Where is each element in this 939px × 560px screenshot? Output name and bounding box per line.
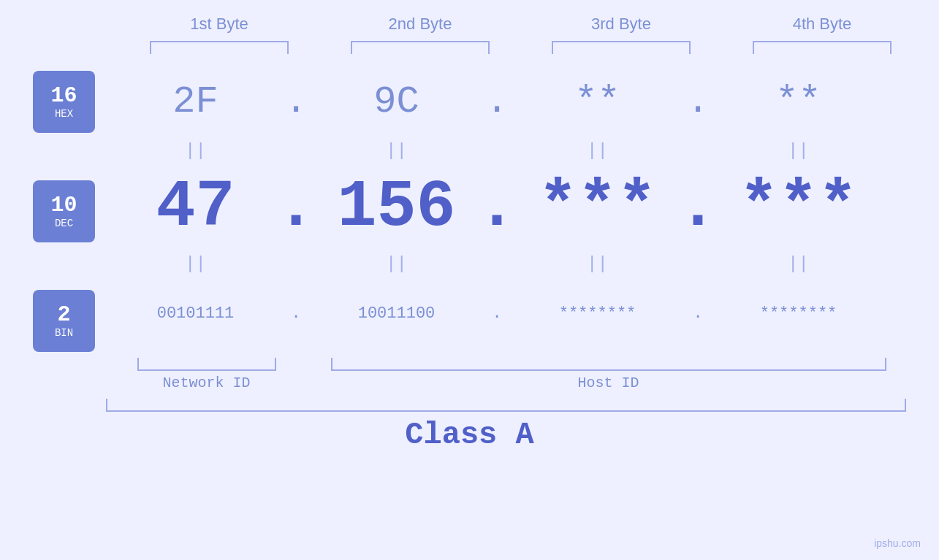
bracket-cell-2 [320,41,521,54]
eq-spacer-1 [33,134,117,167]
bin-b2: 10011100 [318,304,475,323]
byte-label-2: 2nd Byte [320,15,521,34]
top-bracket-3 [552,41,691,54]
id-labels-row: Network ID Host ID [0,375,939,391]
host-bracket-cell [307,358,910,371]
outer-bracket-row [0,399,939,412]
class-row: Class A [0,418,939,453]
bin-dot-1: . [274,304,318,323]
byte-label-3: 3rd Byte [521,15,722,34]
dec-dot-1: . [274,170,318,245]
dec-b4: *** [720,170,877,245]
equals-row-1: || || || || [117,134,939,167]
watermark: ipshu.com [874,537,921,549]
top-bracket-2 [351,41,490,54]
hex-row: 2F . 9C . ** . ** [117,69,939,134]
hex-dot-2: . [475,80,519,123]
byte-label-1: 1st Byte [119,15,320,34]
eq2-b2: || [318,254,475,274]
bin-badge-label: BIN [55,327,73,339]
bin-badge: 2 BIN [33,290,95,352]
hex-b1: 2F [117,80,274,123]
host-id-label: Host ID [307,375,910,391]
bin-dot-3: . [676,304,720,323]
eq2-b3: || [519,254,676,274]
top-bracket-1 [150,41,289,54]
bin-b4: ******** [720,304,877,323]
top-brackets-row [0,41,939,54]
dec-dot-3: . [676,170,720,245]
main-container: 1st Byte 2nd Byte 3rd Byte 4th Byte 16 H… [0,0,939,560]
eq1-b4: || [720,141,877,161]
bottom-bracket-network [137,358,276,371]
byte-label-4: 4th Byte [722,15,923,34]
hex-badge-label: HEX [55,108,73,120]
bottom-bracket-host [331,358,886,371]
bracket-cell-3 [521,41,722,54]
network-id-label: Network ID [106,375,307,391]
equals-row-2: || || || || [117,248,939,280]
eq1-b2: || [318,141,475,161]
dec-badge-number: 10 [50,193,77,218]
bracket-cell-4 [722,41,923,54]
byte-labels-row: 1st Byte 2nd Byte 3rd Byte 4th Byte [0,15,939,34]
dec-dot-2: . [475,170,519,245]
bin-badge-row: 2 BIN [33,288,117,353]
eq1-b3: || [519,141,676,161]
bin-dot-2: . [475,304,519,323]
hex-b3: ** [519,80,676,123]
dec-badge-label: DEC [55,218,73,229]
hex-dot-3: . [676,80,720,123]
dec-b1: 47 [117,170,274,245]
bin-b3: ******** [519,304,676,323]
eq1-b1: || [117,141,274,161]
main-data-area: 16 HEX 10 DEC 2 BIN [0,69,939,353]
hex-badge: 16 HEX [33,71,95,133]
dec-badge-row: 10 DEC [33,167,117,255]
bin-row: 00101111 . 10011100 . ******** . *******… [117,280,939,346]
hex-badge-number: 16 [50,84,77,108]
class-label: Class A [405,418,533,453]
hex-b2: 9C [318,80,475,123]
eq2-b4: || [720,254,877,274]
hex-badge-row: 16 HEX [33,69,117,134]
data-rows: 2F . 9C . ** . ** || || || || 47 [117,69,939,353]
bottom-brackets-row [0,358,939,371]
eq-spacer-2 [33,255,117,288]
bin-badge-number: 2 [57,303,70,327]
bin-b1: 00101111 [117,304,274,323]
outer-bracket [106,399,906,412]
eq2-b1: || [117,254,274,274]
dec-b3: *** [519,170,676,245]
dec-row: 47 . 156 . *** . *** [117,167,939,248]
dec-badge: 10 DEC [33,180,95,242]
hex-dot-1: . [274,80,318,123]
top-bracket-4 [753,41,892,54]
network-bracket-cell [106,358,307,371]
bracket-cell-1 [119,41,320,54]
dec-b2: 156 [318,170,475,245]
hex-b4: ** [720,80,877,123]
badges-column: 16 HEX 10 DEC 2 BIN [22,69,117,353]
